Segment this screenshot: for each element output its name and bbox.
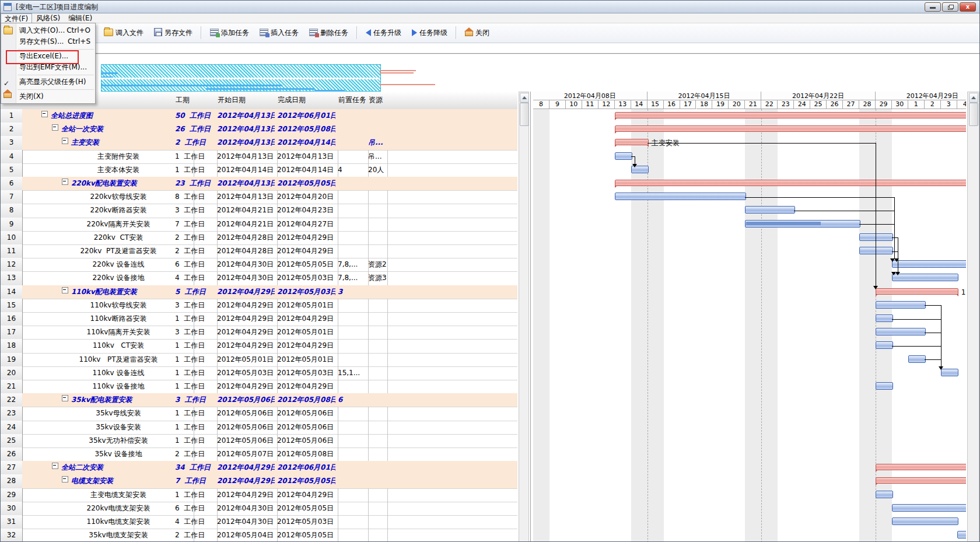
start-date-cell[interactable]: 2012年04月29日 xyxy=(215,312,278,326)
finish-date-cell[interactable]: 2012年05月05日 xyxy=(275,502,338,516)
duration-cell[interactable]: 3 工作日 xyxy=(173,299,218,313)
gantt-scroll-thumb[interactable] xyxy=(969,103,978,126)
predecessor-cell[interactable]: 3 xyxy=(335,285,369,299)
finish-date-cell[interactable]: 2012年05月06日 xyxy=(275,421,338,435)
task-bar[interactable] xyxy=(876,341,893,349)
predecessor-cell[interactable] xyxy=(335,123,369,137)
toolbar-button[interactable]: 插入任务 xyxy=(256,26,302,40)
row-number[interactable]: 10 xyxy=(1,231,23,245)
finish-date-cell[interactable]: 2012年06月01日 xyxy=(275,461,338,475)
collapse-expander[interactable] xyxy=(62,476,68,482)
finish-date-cell[interactable]: 2012年04月29日 xyxy=(275,339,338,353)
row-number[interactable]: 14 xyxy=(1,285,23,299)
predecessor-cell[interactable] xyxy=(335,421,369,435)
collapse-expander[interactable] xyxy=(62,179,68,185)
task-name-cell[interactable]: 220kv电缆支架安装 xyxy=(22,502,194,516)
task-name-cell[interactable]: 35kv母线安装 xyxy=(22,407,194,421)
start-date-cell[interactable]: 2012年04月30日 xyxy=(215,502,278,516)
row-number[interactable]: 13 xyxy=(1,271,23,285)
row-number[interactable]: 18 xyxy=(1,339,23,353)
project-overview-strip[interactable] xyxy=(1,53,980,91)
start-date-cell[interactable]: 2012年04月13日 xyxy=(215,109,278,123)
task-name-cell[interactable]: 35kv无功补偿安装 xyxy=(22,434,194,448)
start-date-cell[interactable]: 2012年04月13日 xyxy=(215,150,278,164)
duration-cell[interactable]: 4 工作日 xyxy=(173,271,218,285)
duration-cell[interactable]: 1 工作日 xyxy=(173,339,218,353)
finish-date-cell[interactable]: 2012年04月27日 xyxy=(275,218,338,232)
toolbar-button[interactable]: 任务升级 xyxy=(362,26,405,40)
start-date-cell[interactable]: 2012年04月21日 xyxy=(215,218,278,232)
predecessor-cell[interactable]: 15,1... xyxy=(335,366,369,380)
duration-cell[interactable]: 3 工作日 xyxy=(173,326,218,340)
start-date-cell[interactable]: 2012年04月29日 xyxy=(215,339,278,353)
task-name-cell[interactable]: 110kv断路器安装 xyxy=(22,312,194,326)
menu-edit[interactable]: 编辑(E) xyxy=(64,13,96,23)
row-number[interactable]: 3 xyxy=(1,136,23,150)
start-date-cell[interactable]: 2012年04月30日 xyxy=(215,271,278,285)
start-date-cell[interactable]: 2012年05月06日 xyxy=(215,434,278,448)
duration-cell[interactable]: 5 工作日 xyxy=(173,285,218,299)
start-date-cell[interactable]: 2012年05月06日 xyxy=(215,407,278,421)
predecessor-cell[interactable] xyxy=(335,299,369,313)
predecessor-cell[interactable] xyxy=(335,218,369,232)
row-number[interactable]: 11 xyxy=(1,244,23,258)
predecessor-cell[interactable] xyxy=(335,380,369,394)
start-date-cell[interactable]: 2012年05月01日 xyxy=(215,353,278,367)
file-menu-item[interactable]: 关闭(X) xyxy=(1,91,95,102)
duration-cell[interactable]: 26 工作日 xyxy=(173,123,218,137)
finish-date-cell[interactable]: 2012年04月29日 xyxy=(275,312,338,326)
finish-date-cell[interactable]: 2012年04月23日 xyxy=(275,204,338,218)
file-menu-item[interactable]: 调入文件(O)...Ctrl+O xyxy=(1,25,95,36)
duration-cell[interactable]: 3 工作日 xyxy=(173,393,218,407)
minimize-button[interactable] xyxy=(925,2,941,12)
start-date-cell[interactable]: 2012年04月29日 xyxy=(215,285,278,299)
duration-cell[interactable]: 1 工作日 xyxy=(173,366,218,380)
finish-date-cell[interactable]: 2012年05月05日 xyxy=(275,177,338,191)
duration-cell[interactable]: 2 工作日 xyxy=(173,447,218,461)
predecessor-cell[interactable] xyxy=(335,204,369,218)
duration-cell[interactable]: 2 工作日 xyxy=(173,244,218,258)
start-date-cell[interactable]: 2012年04月29日 xyxy=(215,299,278,313)
start-date-cell[interactable]: 2012年04月29日 xyxy=(215,326,278,340)
toolbar-button[interactable]: 删除任务 xyxy=(306,26,352,40)
task-name-cell[interactable]: 35kv电缆支架安装 xyxy=(22,529,194,542)
row-number[interactable]: 2 xyxy=(1,123,23,137)
start-date-cell[interactable]: 2012年05月07日 xyxy=(215,447,278,461)
finish-date-cell[interactable]: 2012年05月05日 xyxy=(275,258,338,272)
row-number[interactable]: 20 xyxy=(1,366,23,380)
task-bar[interactable] xyxy=(876,328,926,335)
summary-bar[interactable] xyxy=(615,112,966,118)
predecessor-cell[interactable] xyxy=(335,339,369,353)
start-date-cell[interactable]: 2012年04月13日 xyxy=(215,123,278,137)
predecessor-cell[interactable] xyxy=(335,447,369,461)
task-name-cell[interactable]: 220kv软母线安装 xyxy=(22,190,194,204)
predecessor-cell[interactable] xyxy=(335,150,369,164)
task-name-cell[interactable]: 220kv 设备接地 xyxy=(22,271,194,285)
row-number[interactable]: 8 xyxy=(1,204,23,218)
duration-cell[interactable]: 7 工作日 xyxy=(173,218,218,232)
task-bar[interactable] xyxy=(957,531,966,538)
predecessor-cell[interactable] xyxy=(335,407,369,421)
finish-date-cell[interactable]: 2012年05月03日 xyxy=(275,285,338,299)
task-bar[interactable] xyxy=(892,274,958,281)
finish-date-cell[interactable]: 2012年05月03日 xyxy=(275,271,338,285)
task-bar[interactable] xyxy=(615,152,632,160)
table-vertical-scrollbar[interactable] xyxy=(519,92,529,542)
task-bar[interactable] xyxy=(941,369,958,376)
start-date-cell[interactable]: 2012年04月28日 xyxy=(215,244,278,258)
finish-date-cell[interactable]: 2012年04月14日 xyxy=(275,163,338,177)
start-date-cell[interactable]: 2012年04月29日 xyxy=(215,461,278,475)
finish-date-cell[interactable]: 2012年05月05日 xyxy=(275,474,338,488)
start-date-cell[interactable]: 2012年05月06日 xyxy=(215,421,278,435)
row-number[interactable]: 25 xyxy=(1,434,23,448)
summary-bar[interactable] xyxy=(615,180,966,186)
gantt-scroll-up-button[interactable] xyxy=(969,93,978,103)
gantt-vertical-scrollbar[interactable] xyxy=(967,92,979,542)
task-name-cell[interactable]: 35kv设备安装 xyxy=(22,421,194,435)
row-number[interactable]: 26 xyxy=(1,447,23,461)
predecessor-cell[interactable] xyxy=(335,515,369,529)
predecessor-cell[interactable] xyxy=(335,488,369,502)
start-date-cell[interactable]: 2012年05月06日 xyxy=(215,393,278,407)
finish-date-cell[interactable]: 2012年05月05日 xyxy=(275,529,338,542)
predecessor-cell[interactable] xyxy=(335,109,369,123)
